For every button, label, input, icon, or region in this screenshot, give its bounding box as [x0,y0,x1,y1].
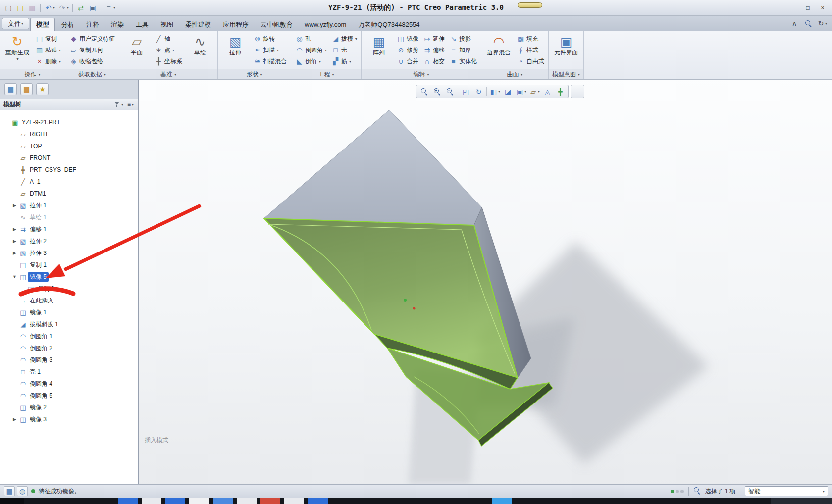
window-refresh-button[interactable]: ↻▾ [817,19,827,28]
taskbar-item[interactable] [118,498,138,504]
tree-item[interactable]: ▶▧拉伸 1 [0,200,138,211]
revolve-button[interactable]: ⊚旋转 [252,33,288,44]
axis-button[interactable]: ╱轴 [153,33,184,44]
tab-tools[interactable]: 工具 [130,18,154,31]
3d-model-view[interactable] [139,80,832,484]
tree-item[interactable]: ◠倒圆角 2 [0,342,138,354]
user-defined-feature-button[interactable]: ◆用户定义特征 [68,33,116,44]
tree-item[interactable]: ▣YZF-9-21.PRT [0,116,138,128]
sketch-button[interactable]: ∿草绘 [185,33,215,67]
ribbon-group-label-surfaces[interactable]: 曲面▾ [481,69,548,79]
tab-flexible-modeling[interactable]: 柔性建模 [180,18,216,31]
redo-button[interactable]: ↷▾ [57,2,70,13]
close-button[interactable]: × [816,3,829,12]
offset-button[interactable]: ⇉偏移 [421,45,446,55]
navigator-toggle-button[interactable]: ▦ [4,83,17,95]
pattern-button[interactable]: ▦阵列 [364,33,394,67]
tree-item[interactable]: →在此插入 [0,295,138,306]
save-file-button[interactable]: ▦ [27,2,38,13]
plane-button[interactable]: ▱平面 [122,33,152,67]
ribbon-group-label-engineering[interactable]: 工程▾ [291,69,361,79]
expand-collapsed-icon[interactable]: ▶ [11,417,18,422]
tree-item[interactable]: ▶⇉偏移 1 [0,223,138,235]
taskbar-item[interactable] [237,498,257,504]
window-switch-button[interactable]: ▣ [87,2,98,13]
saved-orientations-button[interactable]: ▣▾ [515,86,527,97]
delete-button[interactable]: ×删除▾ [34,56,62,67]
tree-item[interactable]: ◠倒圆角 5 [0,390,138,402]
expand-collapsed-icon[interactable]: ▶ [11,239,18,244]
open-file-button[interactable]: ▤ [15,2,26,13]
round-button[interactable]: ◠倒圆角▾ [294,45,328,55]
tree-item[interactable]: ▤复制 2 [0,283,138,295]
tab-render[interactable]: 渲染 [105,18,129,31]
taskbar-item[interactable] [189,498,209,504]
swept-blend-button[interactable]: ≅扫描混合 [252,56,288,67]
point-button[interactable]: ∗点▾ [153,45,184,55]
tree-item[interactable]: ◫镜像 2 [0,402,138,413]
tree-item[interactable]: ▱DTM1 [0,188,138,200]
zoom-in-button[interactable]: + [431,86,443,97]
refit-button[interactable]: ◰ [460,86,472,97]
extrude-button[interactable]: ▧拉伸 [220,33,250,67]
rib-button[interactable]: ▞筋▾ [330,56,359,67]
command-search-button[interactable] [803,19,813,28]
datum-display-button[interactable]: ▱▾ [528,86,541,97]
expand-collapsed-icon[interactable]: ▶ [11,227,18,232]
tab-model[interactable]: 模型 [30,18,55,31]
tab-analysis[interactable]: 分析 [56,18,80,31]
tree-item[interactable]: ▱TOP [0,140,138,152]
tab-annotate[interactable]: 注释 [81,18,104,31]
regenerate-quick-button[interactable]: ⇄ [75,2,86,13]
tree-item[interactable]: ▶◫镜像 3 [0,413,138,425]
coordinate-system-button[interactable]: ╋坐标系 [153,56,184,67]
expand-collapsed-icon[interactable]: ▶ [11,251,18,255]
find-in-model-button[interactable] [693,487,701,496]
tab-view[interactable]: 视图 [155,18,179,31]
display-style-button[interactable]: ◧▾ [488,86,501,97]
annotation-display-button[interactable]: ◬ [541,86,554,97]
tree-item[interactable]: ▶▧拉伸 2 [0,235,138,247]
taskbar-item[interactable] [771,498,832,504]
solidify-button[interactable]: ■实体化 [448,56,478,67]
tree-item[interactable]: ▱RIGHT [0,128,138,140]
ribbon-group-label-editing[interactable]: 编辑▾ [362,69,481,79]
tree-item[interactable]: ▼◫镜像 5 [0,271,138,283]
hole-button[interactable]: ◎孔 [294,33,328,44]
minimize-button[interactable]: – [786,3,799,12]
project-button[interactable]: ↘投影 [448,33,478,44]
tree-item[interactable]: ╋PRT_CSYS_DEF [0,164,138,176]
merge-button[interactable]: ∪合并 [395,56,420,67]
style-button[interactable]: ∮样式 [515,45,546,55]
zoom-box-button[interactable] [418,86,430,97]
taskbar-item[interactable] [213,498,233,504]
mirror-button[interactable]: ◫镜像 [395,33,420,44]
fill-button[interactable]: ▩填充 [515,33,546,44]
selection-filter-dropdown[interactable]: 智能 ▾ [745,486,828,496]
tab-yzf-education[interactable]: 云中帆教育 [255,18,298,31]
taskbar-item[interactable] [492,498,512,504]
regenerate-button[interactable]: ↻重新生成▾ [2,33,32,67]
ribbon-group-label-datum[interactable]: 基准▾ [119,69,217,79]
tree-item[interactable]: ╱A_1 [0,176,138,188]
tab-file[interactable]: 文件▾ [2,18,29,29]
boundary-blend-button[interactable]: ◠边界混合 [484,33,514,67]
paste-button[interactable]: ▥粘贴▾ [34,45,62,55]
customize-quick-access-button[interactable]: ≡▾ [104,2,116,13]
tree-item[interactable]: ▤复制 1 [0,259,138,271]
tab-yzf-teacher[interactable]: 万老师QQ734482554 [353,18,425,31]
tree-settings-button[interactable]: ≡▾ [126,100,135,109]
taskbar-item[interactable] [260,498,280,504]
ribbon-group-label-get-data[interactable]: 获取数据▾ [65,69,119,79]
new-file-button[interactable]: ▢ [3,2,14,13]
restore-button[interactable]: □ [801,3,814,12]
favorites-button[interactable]: ★ [36,83,49,95]
tree-item[interactable]: ◢拔模斜度 1 [0,318,138,330]
taskbar-item[interactable] [284,498,304,504]
tree-item[interactable]: □壳 1 [0,366,138,378]
spin-center-button[interactable]: ╋ [554,86,567,97]
repaint-button[interactable]: ↻ [472,86,485,97]
section-button[interactable]: ◪ [502,86,514,97]
zoom-out-button[interactable]: − [444,86,456,97]
component-interface-button[interactable]: ▣元件界面 [551,33,581,67]
